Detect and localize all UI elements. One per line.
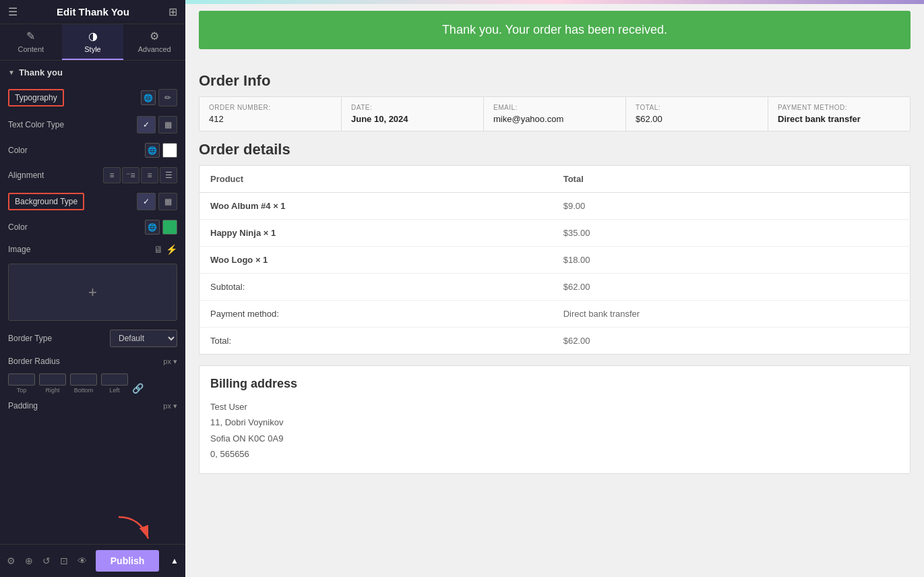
align-right-btn[interactable]: ≡: [141, 167, 158, 183]
image-controls: 🖥 ⚡: [154, 244, 177, 255]
order-info-value-0: 412: [209, 114, 332, 124]
table-cell-product-1: Happy Ninja × 1: [199, 220, 553, 247]
border-radius-right-label: Right: [45, 387, 59, 394]
typography-globe-icon[interactable]: 🌐: [141, 90, 156, 105]
bottom-icons-group: ⚙ ⊕ ↺ ⊡ 👁: [7, 555, 87, 566]
eye-icon[interactable]: 👁: [78, 555, 87, 566]
bg-color-controls: 🌐: [145, 220, 177, 235]
table-cell-product-4: Payment method:: [199, 301, 553, 328]
background-type-label: Background Type: [8, 193, 84, 210]
table-row: Subtotal:$62.00: [199, 274, 911, 301]
billing-title: Billing address: [210, 377, 899, 391]
order-info-cell-4: PAYMENT METHOD: Direct bank transfer: [768, 97, 910, 131]
padding-unit: px ▾: [163, 402, 177, 411]
grid-icon[interactable]: ⊞: [168, 5, 177, 18]
order-info-value-1: June 10, 2024: [351, 114, 474, 124]
typography-edit-btn[interactable]: ✏: [158, 89, 177, 107]
border-radius-bottom-group: Bottom: [70, 373, 97, 394]
align-left-btn[interactable]: ≡: [103, 167, 121, 183]
padding-label: Padding: [8, 401, 38, 411]
color-swatch[interactable]: [162, 143, 177, 158]
advanced-icon: ⚙: [150, 30, 159, 42]
order-info-grid: ORDER NUMBER: 412 DATE: June 10, 2024 EM…: [199, 96, 911, 131]
panel-content: ▼ Thank you Typography 🌐 ✏ Text Color Ty…: [0, 61, 185, 544]
bg-solid-btn[interactable]: ✓: [137, 193, 156, 210]
border-radius-right-group: Right: [39, 373, 66, 394]
menu-icon[interactable]: ☰: [8, 5, 18, 18]
tab-advanced-label: Advanced: [138, 45, 171, 53]
th-total: Total: [553, 166, 911, 193]
order-info-value-2: mike@yahoo.com: [493, 114, 616, 124]
border-radius-left-input[interactable]: [101, 373, 128, 386]
order-info-cell-2: EMAIL: mike@yahoo.com: [484, 97, 626, 131]
color-controls: 🌐: [145, 143, 177, 158]
align-center-btn[interactable]: ⁻≡: [122, 167, 140, 183]
table-cell-total-1: $35.00: [553, 220, 911, 247]
color-label: Color: [8, 146, 28, 155]
tab-bar: ✎ Content ◑ Style ⚙ Advanced: [0, 24, 185, 61]
billing-line-3: 0, 565656: [210, 446, 899, 462]
link-icon[interactable]: 🔗: [132, 383, 144, 394]
typography-row: Typography 🌐 ✏: [0, 84, 185, 111]
bg-color-row: Color 🌐: [0, 215, 185, 239]
order-details-title: Order details: [199, 141, 911, 158]
history-icon[interactable]: ↺: [42, 555, 51, 566]
tab-content-label: Content: [18, 45, 44, 53]
tab-content[interactable]: ✎ Content: [0, 24, 62, 60]
style-icon: ◑: [88, 30, 98, 42]
bg-color-globe-icon[interactable]: 🌐: [145, 220, 160, 235]
table-row: Happy Ninja × 1$35.00: [199, 220, 911, 247]
order-info-title: Order Info: [199, 72, 911, 90]
table-cell-total-0: $9.00: [553, 193, 911, 220]
settings-icon[interactable]: ⚙: [7, 555, 16, 566]
th-product: Product: [199, 166, 553, 193]
bg-gradient-btn[interactable]: ▦: [158, 193, 177, 210]
alignment-label: Alignment: [8, 171, 44, 180]
layers-icon[interactable]: ⊕: [25, 555, 33, 566]
order-info-value-3: $62.00: [636, 114, 758, 124]
tab-advanced[interactable]: ⚙ Advanced: [123, 24, 185, 60]
text-color-solid-btn[interactable]: ✓: [137, 116, 156, 133]
page-title: Edit Thank You: [57, 6, 129, 18]
table-cell-product-3: Subtotal:: [199, 274, 553, 301]
alignment-controls: ≡ ⁻≡ ≡ ☰: [103, 167, 177, 183]
border-radius-bottom-label: Bottom: [74, 387, 94, 394]
border-radius-spinners: Top Right Bottom Left 🔗: [0, 371, 185, 396]
order-info-value-4: Direct bank transfer: [778, 114, 900, 124]
bg-color-swatch[interactable]: [162, 220, 177, 235]
image-upload-area[interactable]: +: [8, 264, 177, 321]
publish-expand-icon[interactable]: ▲: [171, 556, 179, 566]
border-radius-top-label: Top: [17, 387, 27, 394]
background-type-row: Background Type ✓ ▦: [0, 188, 185, 215]
order-info-cell-0: ORDER NUMBER: 412: [199, 97, 342, 131]
right-content: Thank you. Your order has been received.…: [185, 0, 924, 577]
content-area: Order Info ORDER NUMBER: 412 DATE: June …: [185, 56, 924, 481]
align-justify-btn[interactable]: ☰: [160, 167, 177, 183]
tab-style[interactable]: ◑ Style: [62, 24, 124, 60]
image-label: Image: [8, 245, 30, 254]
bg-color-label: Color: [8, 222, 28, 232]
table-header-row: Product Total: [199, 166, 911, 193]
thank-you-banner: Thank you. Your order has been received.: [199, 11, 911, 49]
alignment-row: Alignment ≡ ⁻≡ ≡ ☰: [0, 162, 185, 188]
order-info-label-4: PAYMENT METHOD:: [778, 104, 900, 111]
responsive-bottom-icon[interactable]: ⊡: [60, 555, 68, 566]
color-globe-icon[interactable]: 🌐: [145, 143, 160, 158]
bottom-bar: ⚙ ⊕ ↺ ⊡ 👁 Publish ▲: [0, 544, 185, 577]
content-icon: ✎: [26, 30, 35, 42]
typography-controls: 🌐 ✏: [141, 89, 177, 107]
border-radius-right-input[interactable]: [39, 373, 66, 386]
order-info-label-2: EMAIL:: [493, 104, 616, 111]
order-info-cell-1: DATE: June 10, 2024: [342, 97, 484, 131]
billing-section: Billing address Test User 11, Dobri Voyn…: [199, 365, 911, 474]
border-type-select[interactable]: Default None Solid Dashed Dotted: [110, 330, 177, 347]
border-radius-top-input[interactable]: [8, 373, 35, 386]
border-radius-bottom-input[interactable]: [70, 373, 97, 386]
text-color-type-label: Text Color Type: [8, 120, 64, 129]
text-color-gradient-btn[interactable]: ▦: [158, 116, 177, 133]
padding-row: Padding px ▾: [0, 396, 185, 415]
publish-button[interactable]: Publish: [96, 550, 160, 572]
section-header-thank-you[interactable]: ▼ Thank you: [0, 61, 185, 84]
responsive-icon[interactable]: ⚡: [166, 244, 177, 255]
tab-style-label: Style: [84, 45, 100, 53]
